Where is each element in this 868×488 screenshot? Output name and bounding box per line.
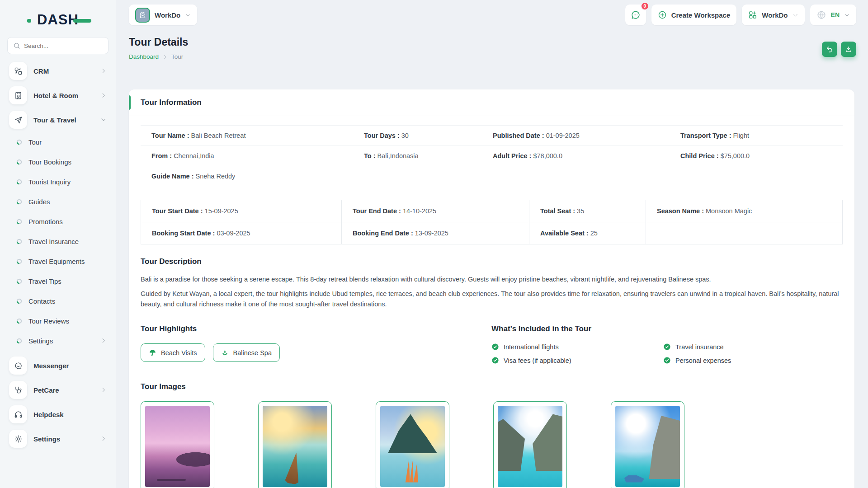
logo-text: DASH: [37, 12, 79, 28]
included-label: International flights: [504, 343, 559, 351]
info-row: From : Chennai,India To : Bali,Indonasia…: [141, 146, 843, 166]
check-circle-icon: [491, 357, 499, 364]
field-label: Available Seat :: [540, 230, 589, 237]
sidebar-subitem-promotions[interactable]: Promotions: [7, 211, 108, 231]
page-actions: [822, 42, 856, 57]
check-circle-icon: [491, 343, 499, 351]
info-row: Tour Name : Bali Beach Retreat Tour Days…: [141, 125, 843, 146]
schedule-table: Tour Start Date : 15-09-2025 Tour End Da…: [141, 200, 843, 244]
sidebar-item-petcare[interactable]: PetCare: [7, 378, 108, 402]
sidebar-subitem-travel-insurance[interactable]: Travel Insurance: [7, 231, 108, 251]
search-icon: [13, 42, 20, 49]
description-paragraph: Guided by Ketut Wayan, a local expert, t…: [141, 289, 843, 309]
hotel-icon: [9, 86, 27, 104]
sidebar-subitem-tourist-inquiry[interactable]: Tourist Inquiry: [7, 172, 108, 192]
chevron-right-icon: [162, 54, 168, 60]
sidebar-item-tour-travel[interactable]: Tour & Travel: [7, 108, 108, 132]
breadcrumb-link-dashboard[interactable]: Dashboard: [129, 53, 159, 60]
tour-photo-sunset-boat: [263, 406, 327, 487]
field-value: 13-09-2025: [415, 230, 448, 237]
highlights-included-section: Tour Highlights Beach Visits: [141, 324, 843, 364]
included-label: Travel insurance: [675, 343, 724, 351]
topbar-actions: 0 Create Workspace WorkDo: [625, 5, 856, 25]
field-label: Tour Days :: [364, 132, 400, 139]
logo-accent-bar: [73, 19, 91, 23]
submenu-dot-icon: [16, 258, 22, 264]
field-value: Monsoon Magic: [706, 207, 752, 215]
tour-image-3[interactable]: [376, 401, 449, 488]
brand-logo[interactable]: DASH: [7, 9, 108, 31]
sidebar-item-crm[interactable]: CRM: [7, 59, 108, 83]
tour-photo-mountain-sail: [380, 406, 445, 487]
field-value: 03-09-2025: [217, 230, 250, 237]
included-item: Travel insurance: [663, 343, 843, 351]
search-input[interactable]: [24, 42, 103, 49]
breadcrumb: Dashboard Tour: [129, 53, 188, 60]
crm-icon: [9, 62, 27, 80]
create-workspace-button[interactable]: Create Workspace: [651, 5, 737, 25]
notifications-button[interactable]: 0: [625, 5, 646, 25]
field-label: Adult Price :: [493, 152, 531, 160]
submenu-dot-icon: [16, 318, 22, 324]
chevron-right-icon: [100, 436, 107, 442]
submenu-dot-icon: [16, 239, 22, 244]
included-label: Visa fees (if applicable): [504, 357, 571, 364]
sidebar-item-hotel-room[interactable]: Hotel & Room: [7, 83, 108, 108]
chevron-down-icon: [100, 117, 107, 123]
submenu-dot-icon: [16, 278, 22, 284]
table-row: Tour Start Date : 15-09-2025 Tour End Da…: [141, 200, 842, 222]
tour-image-4[interactable]: [493, 401, 567, 488]
field-label: Published Date :: [493, 132, 544, 139]
stethoscope-icon: [9, 381, 27, 399]
chevron-down-icon: [844, 12, 850, 18]
field-label: Total Seat :: [540, 207, 575, 215]
submenu-dot-icon: [16, 159, 22, 165]
field-label: Tour Start Date :: [152, 207, 203, 215]
sidebar: DASH CRM Hotel & Room: [0, 0, 116, 488]
sidebar-item-settings[interactable]: Settings: [7, 427, 108, 451]
sidebar-subitem-contacts[interactable]: Contacts: [7, 291, 108, 311]
field-value: 25: [590, 230, 598, 237]
sidebar-subitem-tour-bookings[interactable]: Tour Bookings: [7, 152, 108, 172]
included-list: International flights Travel insurance V…: [491, 343, 843, 364]
tour-travel-submenu: Tour Tour Bookings Tourist Inquiry Guide…: [7, 132, 108, 351]
table-row: Booking Start Date : 03-09-2025 Booking …: [141, 222, 842, 244]
submenu-dot-icon: [16, 179, 22, 185]
submenu-dot-icon: [16, 139, 22, 145]
language-switcher[interactable]: EN: [810, 5, 856, 25]
tour-image-1[interactable]: [141, 401, 214, 488]
chat-bubble-icon: [631, 10, 641, 20]
download-button[interactable]: [841, 42, 856, 57]
spa-leaf-icon: [221, 349, 229, 357]
tour-image-5[interactable]: [611, 401, 684, 488]
field-label: Season Name :: [657, 207, 704, 215]
field-label: To :: [364, 152, 376, 160]
field-label: Tour End Date :: [353, 207, 401, 215]
sidebar-subitem-tour[interactable]: Tour: [7, 132, 108, 152]
submenu-dot-icon: [16, 219, 22, 225]
tour-information-card: Tour Information Tour Name : Bali Beach …: [129, 89, 854, 488]
field-value: Bali Beach Retreat: [191, 132, 246, 139]
tour-image-2[interactable]: [258, 401, 332, 488]
sidebar-subitem-travel-tips[interactable]: Travel Tips: [7, 271, 108, 291]
undo-arrow-icon: [826, 46, 833, 53]
tour-photo-lagoon-cliffs: [498, 406, 562, 487]
highlight-badge-beach-visits[interactable]: Beach Visits: [141, 343, 205, 362]
sidebar-subitem-guides[interactable]: Guides: [7, 192, 108, 211]
highlight-label: Beach Visits: [161, 349, 197, 357]
sidebar-subitem-settings[interactable]: Settings: [7, 331, 108, 351]
search-box[interactable]: [7, 37, 108, 54]
whats-included-heading: What’s Included in the Tour: [491, 324, 843, 333]
sidebar-item-messenger[interactable]: Messenger: [7, 353, 108, 378]
check-circle-icon: [663, 357, 671, 364]
included-label: Personal expenses: [675, 357, 731, 364]
workspace-switcher[interactable]: WorkDo: [129, 5, 197, 25]
back-button[interactable]: [822, 42, 837, 57]
description-paragraph: Bali is a paradise for those seeking a s…: [141, 274, 843, 284]
highlight-label: Balinese Spa: [233, 349, 272, 357]
highlight-badge-balinese-spa[interactable]: Balinese Spa: [213, 343, 280, 362]
app-switcher-button[interactable]: WorkDo: [742, 5, 804, 25]
sidebar-subitem-travel-equipments[interactable]: Travel Equipments: [7, 251, 108, 271]
sidebar-item-helpdesk[interactable]: Helpdesk: [7, 402, 108, 427]
sidebar-subitem-tour-reviews[interactable]: Tour Reviews: [7, 311, 108, 331]
